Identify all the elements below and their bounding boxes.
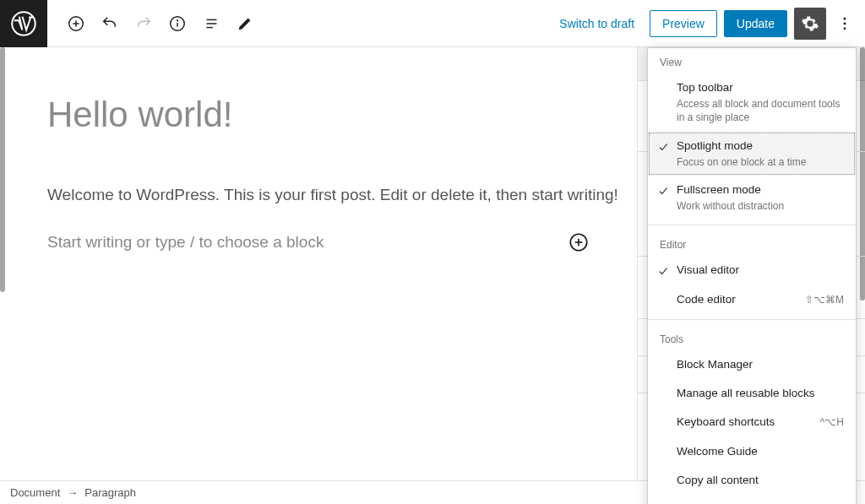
check-icon (656, 264, 670, 278)
wordpress-icon (11, 11, 36, 36)
menu-item-block-manager[interactable]: Block Manager (648, 350, 856, 379)
menu-section-tools: Tools (648, 325, 856, 350)
editor-scrollbar[interactable] (0, 47, 5, 292)
menu-shortcut: ^⌥H (820, 416, 844, 428)
redo-button (128, 8, 159, 39)
switch-to-draft-button[interactable]: Switch to draft (551, 10, 643, 37)
toolbar-left-group (47, 8, 260, 39)
breadcrumb-leaf[interactable]: Paragraph (84, 486, 136, 499)
plus-circle-icon (568, 231, 590, 253)
breadcrumb-root[interactable]: Document (10, 486, 60, 499)
settings-button[interactable] (794, 8, 826, 40)
menu-item-help[interactable]: Help (648, 495, 856, 504)
post-title[interactable]: Hello world! (47, 95, 637, 135)
menu-item-welcome-guide[interactable]: Welcome Guide (648, 437, 856, 466)
placeholder-text: Start writing or type / to choose a bloc… (47, 233, 324, 252)
redo-icon (134, 14, 153, 33)
post-body-paragraph[interactable]: Welcome to WordPress. This is your first… (47, 182, 637, 208)
breadcrumb-separator: → (67, 486, 78, 499)
svg-point-11 (844, 22, 846, 24)
add-block-button[interactable] (61, 8, 91, 39)
outline-button[interactable] (196, 8, 226, 39)
dots-vertical-icon (836, 15, 853, 32)
list-icon (202, 14, 220, 33)
menu-item-top-toolbar[interactable]: Top toolbar Access all block and documen… (648, 73, 856, 132)
edit-button[interactable] (230, 8, 260, 39)
menu-separator (648, 319, 856, 320)
gear-icon (801, 14, 819, 33)
editor-canvas[interactable]: Hello world! Welcome to WordPress. This … (0, 47, 637, 480)
menu-item-keyboard-shortcuts[interactable]: Keyboard shortcuts ^⌥H (648, 408, 856, 436)
menu-separator (648, 225, 856, 225)
new-block-placeholder[interactable]: Start writing or type / to choose a bloc… (47, 231, 637, 253)
undo-button[interactable] (95, 8, 125, 39)
top-toolbar: Switch to draft Preview Update (0, 0, 865, 47)
menu-item-copy-all[interactable]: Copy all content (648, 466, 856, 495)
undo-icon (101, 14, 119, 33)
check-icon (656, 294, 670, 307)
wordpress-logo[interactable] (0, 0, 47, 47)
more-menu-button[interactable] (833, 8, 857, 40)
info-icon (168, 14, 187, 33)
update-button[interactable]: Update (724, 10, 787, 37)
menu-item-fullscreen-mode[interactable]: Fullscreen mode Work without distraction (648, 176, 856, 219)
menu-shortcut: ⇧⌥⌘M (805, 294, 844, 306)
toolbar-right-group: Switch to draft Preview Update (551, 8, 865, 40)
svg-point-12 (844, 27, 846, 30)
inline-add-block-button[interactable] (568, 231, 590, 253)
svg-point-10 (844, 17, 846, 19)
menu-item-code-editor[interactable]: Code editor ⇧⌥⌘M (648, 285, 856, 314)
menu-item-spotlight-mode[interactable]: Spotlight mode Focus on one block at a t… (648, 132, 856, 176)
check-icon (656, 82, 670, 95)
svg-point-6 (177, 19, 178, 20)
more-options-menu: View Top toolbar Access all block and do… (647, 47, 857, 504)
menu-section-editor: Editor (648, 230, 856, 256)
check-icon (656, 184, 670, 198)
info-button[interactable] (162, 8, 193, 39)
preview-button[interactable]: Preview (650, 10, 717, 37)
plus-circle-icon (67, 14, 85, 33)
check-icon (656, 140, 670, 154)
menu-section-view: View (648, 48, 856, 73)
menu-item-visual-editor[interactable]: Visual editor (648, 256, 856, 285)
menu-item-reusable-blocks[interactable]: Manage all reusable blocks (648, 379, 856, 408)
pencil-icon (236, 14, 254, 33)
